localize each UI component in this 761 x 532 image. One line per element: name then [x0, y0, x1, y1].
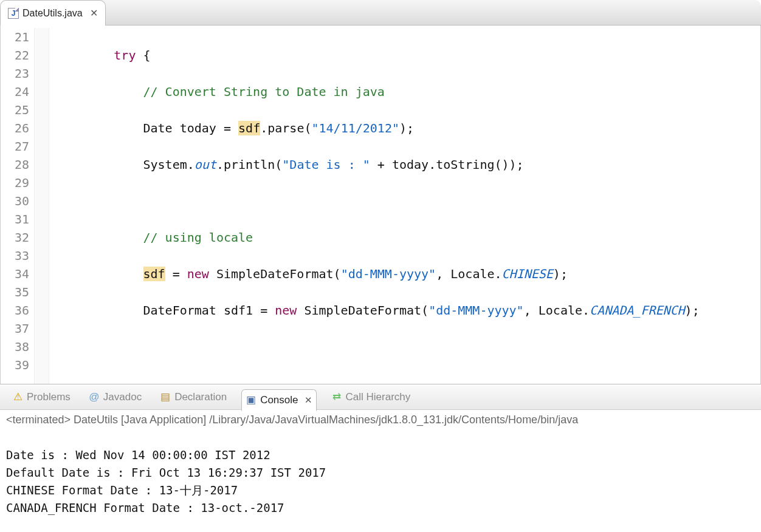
console-line: CHINESE Format Date : 13-十月-2017 [6, 483, 238, 497]
console-icon: ▣ [246, 395, 257, 406]
fold-column [35, 28, 49, 384]
code-area[interactable]: try { // Convert String to Date in java … [49, 28, 760, 384]
panel-tab-bar: ⚠ Problems @ Javadoc ▤ Declaration ▣ Con… [0, 384, 761, 410]
tab-declaration[interactable]: ▤ Declaration [156, 389, 230, 406]
editor-pane: J DateUtils.java ✕ 21 22 23 24 25 26 27 … [0, 0, 761, 384]
line-number: 31 [1, 210, 29, 228]
line-number: 24 [1, 83, 29, 101]
tab-label: Call Hierarchy [346, 391, 411, 403]
tab-label: Problems [27, 391, 71, 403]
line-number: 28 [1, 155, 29, 174]
console-output[interactable]: Date is : Wed Nov 14 00:00:00 IST 2012 D… [0, 428, 761, 532]
code-line[interactable] [55, 338, 760, 356]
line-number: 23 [1, 64, 29, 83]
tab-javadoc[interactable]: @ Javadoc [85, 389, 145, 406]
line-number: 27 [1, 137, 29, 155]
tab-console[interactable]: ▣ Console ✕ [241, 389, 316, 411]
line-number: 25 [1, 101, 29, 119]
editor-tab-bar: J DateUtils.java ✕ [0, 0, 761, 26]
console-line: CANADA_FRENCH Format Date : 13-oct.-2017 [6, 501, 284, 514]
problems-icon: ⚠ [12, 392, 23, 403]
tab-label: Declaration [174, 391, 227, 403]
line-number-gutter: 21 22 23 24 25 26 27 28 29 30 31 32 33 3… [1, 28, 35, 384]
bottom-panel: ⚠ Problems @ Javadoc ▤ Declaration ▣ Con… [0, 384, 761, 532]
tab-problems[interactable]: ⚠ Problems [9, 389, 74, 406]
code-line[interactable]: DateFormat sdf1 = new SimpleDateFormat("… [55, 301, 760, 319]
line-number: 26 [1, 119, 29, 137]
java-file-icon: J [8, 8, 19, 19]
code-line[interactable]: try { [55, 46, 760, 64]
line-number: 22 [1, 46, 29, 64]
tab-call-hierarchy[interactable]: ⇄ Call Hierarchy [328, 389, 415, 406]
line-number: 30 [1, 192, 29, 210]
call-hierarchy-icon: ⇄ [331, 392, 342, 403]
editor-tab-label: DateUtils.java [22, 8, 83, 19]
code-line[interactable] [55, 374, 760, 384]
line-number: 29 [1, 174, 29, 192]
console-line: Default Date is : Fri Oct 13 16:29:37 IS… [6, 466, 326, 479]
line-number: 39 [1, 356, 29, 374]
line-number: 21 [1, 28, 29, 46]
code-line[interactable]: sdf = new SimpleDateFormat("dd-MMM-yyyy"… [55, 265, 760, 283]
tab-label: Console [260, 394, 298, 406]
line-number: 37 [1, 319, 29, 338]
javadoc-icon: @ [89, 392, 100, 403]
declaration-icon: ▤ [160, 392, 171, 403]
line-number: 32 [1, 228, 29, 247]
code-editor[interactable]: 21 22 23 24 25 26 27 28 29 30 31 32 33 3… [0, 26, 761, 384]
line-number: 35 [1, 283, 29, 301]
code-line[interactable]: // Convert String to Date in java [55, 83, 760, 101]
line-number: 33 [1, 247, 29, 265]
tab-label: Javadoc [103, 391, 142, 403]
console-line: Date is : Wed Nov 14 00:00:00 IST 2012 [6, 448, 270, 462]
code-line[interactable]: // using locale [55, 228, 760, 247]
editor-tab[interactable]: J DateUtils.java ✕ [0, 0, 106, 26]
console-header: <terminated> DateUtils [Java Application… [0, 410, 761, 428]
close-icon[interactable]: ✕ [90, 7, 98, 19]
code-line[interactable] [55, 192, 760, 210]
close-icon[interactable]: ✕ [305, 395, 312, 406]
line-number: 36 [1, 301, 29, 319]
code-line[interactable]: System.out.println("Date is : " + today.… [55, 155, 760, 174]
code-line[interactable]: Date today = sdf.parse("14/11/2012"); [55, 119, 760, 137]
line-number: 34 [1, 265, 29, 283]
line-number: 38 [1, 338, 29, 356]
